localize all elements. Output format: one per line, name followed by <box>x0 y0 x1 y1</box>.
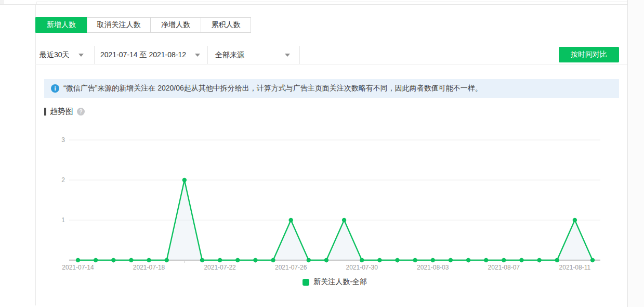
svg-text:2021-07-26: 2021-07-26 <box>275 264 307 271</box>
preset-range-value: 最近30天 <box>40 50 70 60</box>
svg-text:2021-07-30: 2021-07-30 <box>346 264 378 271</box>
chart-legend[interactable]: 新关注人数-全部 <box>69 277 600 287</box>
svg-text:2: 2 <box>61 176 65 184</box>
preset-range-dropdown[interactable]: 最近30天 <box>35 46 95 64</box>
svg-text:2021-07-22: 2021-07-22 <box>204 264 236 271</box>
chevron-down-icon <box>195 54 200 57</box>
trend-chart-svg: 1232021-07-142021-07-182021-07-222021-07… <box>0 127 644 284</box>
svg-text:2021-07-14: 2021-07-14 <box>62 264 94 271</box>
svg-text:1: 1 <box>61 216 65 224</box>
tab-net-growth[interactable]: 净增人数 <box>150 17 201 33</box>
chevron-down-icon <box>78 54 84 57</box>
section-title-bar <box>44 108 46 116</box>
notice-text: “微信广告”来源的新增关注在 2020/06起从其他中拆分给出，计算方式与广告主… <box>63 84 482 93</box>
svg-text:2021-08-07: 2021-08-07 <box>488 264 520 271</box>
tab-cumulative[interactable]: 累积人数 <box>201 17 251 33</box>
chevron-down-icon <box>285 54 290 57</box>
filter-bar-divider <box>35 64 627 65</box>
filter-bar: 最近30天 2021-07-14 至 2021-08-12 全部来源 <box>35 46 300 64</box>
info-icon: i <box>51 84 59 93</box>
svg-text:3: 3 <box>61 136 65 144</box>
trend-chart: 1232021-07-142021-07-182021-07-222021-07… <box>0 127 644 284</box>
gridlines <box>69 140 600 220</box>
divider-line-top <box>0 4 627 5</box>
legend-swatch <box>303 279 309 286</box>
compare-by-time-button[interactable]: 按时间对比 <box>559 47 619 62</box>
metric-tabs: 新增人数 取消关注人数 净增人数 累积人数 <box>35 17 251 33</box>
date-range-dropdown[interactable]: 2021-07-14 至 2021-08-12 <box>95 46 208 64</box>
svg-text:2021-08-11: 2021-08-11 <box>559 264 591 271</box>
source-value: 全部来源 <box>215 50 244 60</box>
divider-line-top-inner <box>36 2 627 2</box>
date-range-value: 2021-07-14 至 2021-08-12 <box>100 50 186 60</box>
page-top-left-gutter <box>0 0 4 4</box>
notice-banner: i “微信广告”来源的新增关注在 2020/06起从其他中拆分给出，计算方式与广… <box>44 79 619 98</box>
tab-unfollowed[interactable]: 取消关注人数 <box>87 17 151 33</box>
source-dropdown[interactable]: 全部来源 <box>208 46 300 64</box>
section-title: 趋势图 <box>50 107 73 117</box>
section-header: 趋势图 ? <box>44 107 85 117</box>
svg-text:2021-07-18: 2021-07-18 <box>133 264 165 271</box>
y-axis-labels: 123 <box>61 136 65 224</box>
legend-label: 新关注人数-全部 <box>313 277 367 287</box>
svg-text:2021-08-03: 2021-08-03 <box>417 264 449 271</box>
tab-new-followers[interactable]: 新增人数 <box>35 17 87 33</box>
x-axis-labels: 2021-07-142021-07-182021-07-222021-07-26… <box>62 264 590 271</box>
question-icon[interactable]: ? <box>77 108 85 116</box>
